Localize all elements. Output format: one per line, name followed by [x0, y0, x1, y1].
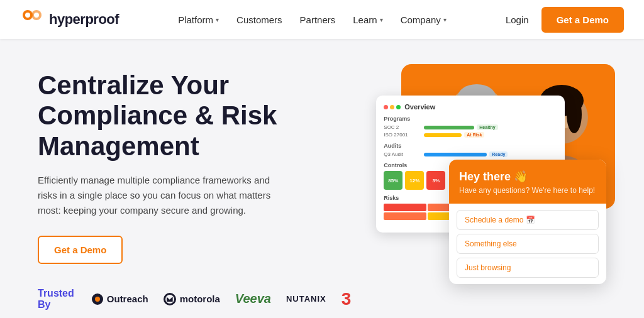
- svg-point-1: [25, 13, 30, 18]
- brand-number: 3: [341, 289, 352, 309]
- outreach-inner-circle: [95, 297, 100, 302]
- nutanix-text: NUTANIX: [286, 294, 326, 304]
- brand-logos: Outreach motorola Veeva NUTANIX 3: [92, 289, 352, 309]
- audit-name: Q3 Audit: [384, 151, 421, 157]
- audit-tag-1: Ready: [489, 151, 508, 157]
- chat-option-something-else[interactable]: Something else: [457, 234, 599, 254]
- brand-3-text: 3: [341, 289, 352, 309]
- hero-subtitle: Efficiently manage multiple compliance f…: [38, 173, 289, 218]
- dot-green: [396, 105, 401, 109]
- dash-header: Overview: [384, 103, 557, 111]
- trusted-label: Trusted By: [38, 288, 74, 310]
- hero-right: Overview Programs SOC 2 Healthy ISO 2700…: [364, 64, 606, 303]
- nav-links: Platform ▾ Customers Partners Learn ▾ Co…: [178, 14, 447, 25]
- programs-label: Programs: [384, 116, 557, 122]
- hero-title: Centralize Your Compliance & Risk Manage…: [38, 70, 351, 162]
- outreach-icon: [92, 293, 103, 305]
- risk-cell: [384, 212, 426, 220]
- audit-bar-1: [424, 153, 487, 156]
- chevron-down-icon: ▾: [380, 16, 383, 23]
- svg-point-16: [567, 96, 582, 133]
- hero-demo-button[interactable]: Get a Demo: [38, 236, 123, 264]
- navbar: hyperproof Platform ▾ Customers Partners…: [0, 0, 644, 39]
- chat-subtitle: Have any questions? We're here to help!: [459, 186, 596, 195]
- hero-left: Centralize Your Compliance & Risk Manage…: [38, 64, 351, 310]
- dash-dots: [384, 105, 401, 109]
- motorola-icon: [164, 293, 176, 305]
- dash-row: Q3 Audit Ready: [384, 151, 557, 157]
- motorola-logo: motorola: [164, 293, 220, 305]
- dash-row: SOC 2 Healthy: [384, 124, 557, 130]
- dash-row: ISO 27001 At Risk: [384, 132, 557, 138]
- control-stat: 12%: [405, 171, 424, 190]
- prog-tag-2: At Risk: [464, 132, 484, 138]
- veeva-logo: Veeva: [235, 292, 271, 306]
- chat-greeting: Hey there 👋: [459, 170, 596, 184]
- chevron-down-icon: ▾: [443, 16, 447, 23]
- logo-text: hyperproof: [49, 11, 119, 28]
- nav-platform[interactable]: Platform ▾: [178, 14, 219, 25]
- control-stat: 85%: [384, 171, 402, 190]
- dot-red: [384, 105, 388, 109]
- nav-actions: Login Get a Demo: [506, 7, 624, 33]
- programs-section: Programs SOC 2 Healthy ISO 27001 At Risk: [384, 116, 557, 138]
- chat-widget: Hey there 👋 Have any questions? We're he…: [449, 160, 606, 284]
- nav-company[interactable]: Company ▾: [401, 14, 447, 25]
- prog-tag-1: Healthy: [477, 124, 497, 130]
- nav-partners[interactable]: Partners: [300, 14, 336, 25]
- chevron-down-icon: ▾: [216, 16, 219, 23]
- moto-m-shape: [167, 297, 173, 302]
- get-demo-button[interactable]: Get a Demo: [541, 7, 624, 33]
- svg-point-3: [34, 13, 39, 18]
- control-stat: 3%: [426, 171, 445, 190]
- logo-icon: [20, 8, 44, 31]
- hero-section: Centralize Your Compliance & Risk Manage…: [0, 39, 644, 318]
- trusted-section: Trusted By Outreach motorola Veeva: [38, 288, 351, 310]
- prog-name: SOC 2: [384, 124, 421, 130]
- login-link[interactable]: Login: [506, 14, 529, 25]
- outreach-logo: Outreach: [92, 293, 148, 305]
- prog-name: ISO 27001: [384, 132, 421, 138]
- risk-cell: [384, 204, 426, 211]
- chat-options: Schedule a demo 📅 Something else Just br…: [449, 204, 606, 284]
- logo[interactable]: hyperproof: [20, 8, 119, 31]
- chat-header: Hey there 👋 Have any questions? We're he…: [449, 160, 606, 204]
- dash-title: Overview: [404, 103, 435, 111]
- prog-bar-2: [424, 133, 462, 137]
- prog-bar-1: [424, 126, 474, 129]
- nutanix-logo: NUTANIX: [286, 294, 326, 304]
- audits-section: Audits Q3 Audit Ready: [384, 143, 557, 157]
- audits-label: Audits: [384, 143, 557, 149]
- dot-yellow: [390, 105, 394, 109]
- nav-learn[interactable]: Learn ▾: [353, 14, 382, 25]
- chat-option-browsing[interactable]: Just browsing: [457, 258, 599, 278]
- chat-option-schedule[interactable]: Schedule a demo 📅: [457, 210, 599, 230]
- nav-customers[interactable]: Customers: [236, 14, 282, 25]
- veeva-text: Veeva: [235, 292, 271, 306]
